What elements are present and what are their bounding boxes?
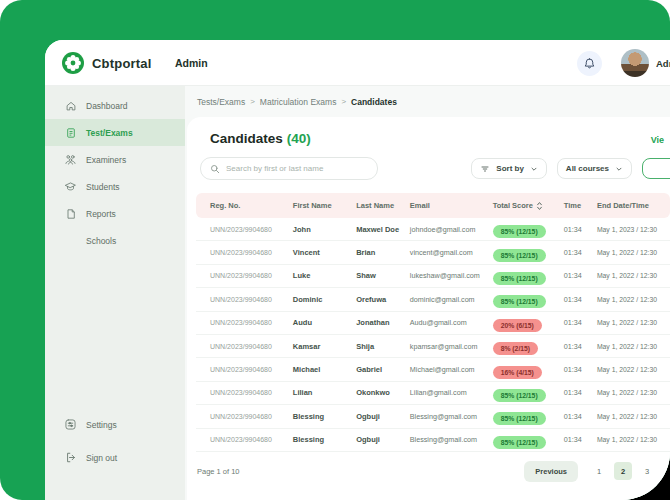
- search-box[interactable]: [200, 157, 378, 180]
- cell-score: 85% (12/15): [493, 431, 564, 449]
- cell-score: 85% (12/15): [493, 220, 564, 238]
- cap-icon: [64, 180, 77, 193]
- candidates-count: (40): [287, 131, 311, 146]
- sort-arrows-icon[interactable]: [536, 201, 543, 211]
- breadcrumb-item[interactable]: Candidates: [351, 97, 397, 107]
- cell-first: Audu: [293, 318, 356, 327]
- app-body: DashboardTest/ExamsExaminersStudentsRepo…: [45, 86, 670, 500]
- cell-time: 01:34: [564, 365, 597, 374]
- cell-time: 01:34: [564, 225, 597, 234]
- score-badge: 85% (12/15): [493, 249, 546, 262]
- sidebar-item-label: Schools: [86, 236, 116, 246]
- table-row[interactable]: UNN/2023/9904680LukeShawlukeshaw@gmail.c…: [196, 265, 670, 288]
- sidebar-item-label: Students: [86, 182, 120, 192]
- cell-last: Gabriel: [356, 365, 410, 374]
- sidebar-item-settings[interactable]: Settings: [45, 408, 185, 441]
- search-icon: [210, 164, 220, 174]
- breadcrumb: Tests/Exams>Matriculation Exams>Candidat…: [185, 86, 670, 117]
- sidebar-item-dashboard[interactable]: Dashboard: [45, 92, 185, 119]
- cell-score: 85% (12/15): [493, 384, 564, 402]
- view-link[interactable]: Vie: [651, 135, 664, 145]
- cell-score: 8% (2/15): [493, 337, 564, 355]
- cell-email: Lilian@gmail.com: [410, 388, 493, 397]
- score-badge: 20% (6/15): [493, 319, 542, 332]
- table-row[interactable]: UNN/2023/9904680BlessingOgbujiBlessing@g…: [196, 405, 670, 428]
- table-row[interactable]: UNN/2023/9904680LilianOkonkwoLilian@gmai…: [196, 382, 670, 405]
- column-header-label: Last Name: [356, 201, 394, 210]
- page-number-3[interactable]: 3: [638, 462, 656, 480]
- column-header-label: Total Score: [493, 201, 533, 210]
- cell-reg: UNN/2023/9904680: [210, 226, 293, 233]
- sidebar-item-label: Test/Exams: [86, 128, 133, 138]
- brand[interactable]: Cbtportal: [61, 40, 152, 86]
- cell-date: May 1, 2022 / 12:30: [597, 249, 670, 256]
- user-avatar[interactable]: [621, 49, 649, 77]
- cell-date: May 1, 2022 / 12:30: [597, 343, 670, 350]
- courses-dropdown[interactable]: All courses: [557, 158, 632, 179]
- card-header: Candidates (40) Vie: [187, 117, 670, 146]
- cell-last: Maxwel Doe: [356, 225, 410, 234]
- sidebar-item-schools[interactable]: Schools: [45, 227, 185, 254]
- breadcrumb-item[interactable]: Matriculation Exams: [260, 97, 337, 107]
- sidebar-item-reports[interactable]: Reports: [45, 200, 185, 227]
- cell-score: 85% (12/15): [493, 244, 564, 262]
- page-number-1[interactable]: 1: [590, 462, 608, 480]
- page-number-2[interactable]: 2: [614, 462, 632, 480]
- brand-name: Cbtportal: [92, 56, 152, 71]
- table-row[interactable]: UNN/2023/9904680BlessingOgbujiBlessing@g…: [196, 429, 670, 452]
- sidebar-item-label: Reports: [86, 209, 116, 219]
- cell-time: 01:34: [564, 388, 597, 397]
- sort-by-dropdown[interactable]: Sort by: [471, 158, 547, 179]
- page-info: Page 1 of 10: [197, 467, 240, 476]
- table-header-row: Reg. No.First NameLast NameEmailTotal Sc…: [196, 193, 670, 218]
- cell-first: John: [293, 225, 356, 234]
- cell-email: kpamsar@gmail.com: [410, 342, 493, 351]
- cell-time: 01:34: [564, 318, 597, 327]
- cell-reg: UNN/2023/9904680: [210, 319, 293, 326]
- cell-date: May 1, 2022 / 12:30: [597, 319, 670, 326]
- table-row[interactable]: UNN/2023/9904680JohnMaxwel Doejohndoe@gm…: [196, 218, 670, 241]
- action-button-clipped[interactable]: [642, 158, 670, 179]
- previous-button[interactable]: Previous: [524, 461, 578, 482]
- bell-icon: [583, 57, 596, 70]
- cell-time: 01:34: [564, 435, 597, 444]
- search-input[interactable]: [226, 164, 368, 173]
- sidebar-footer: SettingsSign out: [45, 408, 185, 474]
- cell-email: Audu@gmail.com: [410, 318, 493, 327]
- sort-by-label: Sort by: [496, 164, 524, 173]
- cell-time: 01:34: [564, 271, 597, 280]
- score-badge: 85% (12/15): [493, 225, 546, 238]
- table-row[interactable]: UNN/2023/9904680VincentBrianvincent@gmai…: [196, 241, 670, 264]
- column-header-label: Email: [410, 201, 430, 210]
- cell-email: Michael@gmail.com: [410, 365, 493, 374]
- cell-last: Ogbuji: [356, 435, 410, 444]
- table-row[interactable]: UNN/2023/9904680MichaelGabrielMichael@gm…: [196, 358, 670, 381]
- cell-date: May 1, 2023 / 12:30: [597, 226, 670, 233]
- chevron-down-icon: [615, 165, 623, 173]
- cell-first: Luke: [293, 271, 356, 280]
- section-title: Admin: [175, 40, 208, 86]
- cell-score: 20% (6/15): [493, 314, 564, 332]
- cell-last: Ogbuji: [356, 412, 410, 421]
- settings-icon: [64, 418, 77, 431]
- cell-email: Blessing@gmail.com: [410, 412, 493, 421]
- table-row[interactable]: UNN/2023/9904680AuduJonathanAudu@gmail.c…: [196, 312, 670, 335]
- cell-first: Vincent: [293, 248, 356, 257]
- score-badge: 8% (2/15): [493, 342, 538, 355]
- cell-date: May 1, 2022 / 12:30: [597, 296, 670, 303]
- breadcrumb-item[interactable]: Tests/Exams: [197, 97, 245, 107]
- table-row[interactable]: UNN/2023/9904680DominicOrefuwadominic@gm…: [196, 288, 670, 311]
- sidebar-item-students[interactable]: Students: [45, 173, 185, 200]
- cell-email: lukeshaw@gmail.com: [410, 271, 493, 280]
- table-row[interactable]: UNN/2023/9904680KamsarShijakpamsar@gmail…: [196, 335, 670, 358]
- column-header[interactable]: Total Score: [493, 201, 564, 211]
- column-header-label: First Name: [293, 201, 332, 210]
- cell-reg: UNN/2023/9904680: [210, 272, 293, 279]
- sidebar-item-test-exams[interactable]: Test/Exams: [45, 119, 185, 146]
- sidebar-item-examiners[interactable]: Examiners: [45, 146, 185, 173]
- column-header: Last Name: [356, 201, 410, 210]
- column-header-label: Time: [564, 201, 581, 210]
- notifications-button[interactable]: [577, 51, 602, 76]
- sidebar-item-sign-out[interactable]: Sign out: [45, 441, 185, 474]
- home-icon: [64, 99, 77, 112]
